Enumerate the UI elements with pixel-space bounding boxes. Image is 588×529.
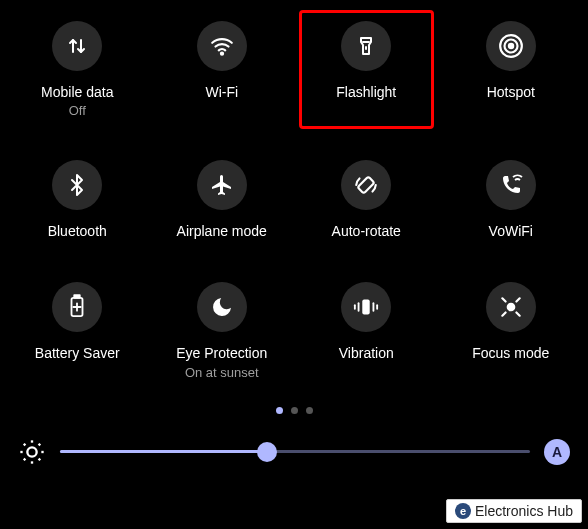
tile-label: Vibration [339, 344, 394, 362]
svg-point-17 [27, 447, 36, 456]
tile-label: Bluetooth [48, 222, 107, 240]
auto-brightness-toggle[interactable]: A [544, 439, 570, 465]
tile-label: Focus mode [472, 344, 549, 362]
tile-label: VoWiFi [489, 222, 533, 240]
svg-line-24 [24, 458, 26, 460]
svg-rect-11 [363, 300, 370, 315]
page-dot[interactable] [276, 407, 283, 414]
watermark-logo-icon: e [455, 503, 471, 519]
tile-auto-rotate[interactable]: Auto-rotate [299, 149, 434, 251]
tile-focus-mode[interactable]: Focus mode [444, 271, 579, 390]
svg-line-21 [39, 458, 41, 460]
watermark-text: Electronics Hub [475, 503, 573, 519]
svg-line-25 [39, 443, 41, 445]
tile-wifi[interactable]: Wi-Fi [155, 10, 290, 129]
svg-point-16 [508, 304, 515, 311]
tile-label: Wi-Fi [205, 83, 238, 101]
wifi-icon [197, 21, 247, 71]
tile-flashlight[interactable]: Flashlight [299, 10, 434, 129]
page-indicator [0, 407, 588, 414]
eye-protection-icon [197, 282, 247, 332]
tile-label: Auto-rotate [332, 222, 401, 240]
brightness-slider[interactable] [60, 440, 530, 464]
battery-saver-icon [52, 282, 102, 332]
svg-line-20 [24, 443, 26, 445]
flashlight-icon [341, 21, 391, 71]
page-dot[interactable] [291, 407, 298, 414]
tile-sublabel: Off [69, 103, 86, 118]
mobile-data-icon [52, 21, 102, 71]
vowifi-icon [486, 160, 536, 210]
brightness-icon [18, 438, 46, 466]
bluetooth-icon [52, 160, 102, 210]
tile-label: Hotspot [487, 83, 535, 101]
tile-vibration[interactable]: Vibration [299, 271, 434, 390]
tile-airplane[interactable]: Airplane mode [155, 149, 290, 251]
tile-hotspot[interactable]: Hotspot [444, 10, 579, 129]
focus-mode-icon [486, 282, 536, 332]
tile-battery-saver[interactable]: Battery Saver [10, 271, 145, 390]
airplane-icon [197, 160, 247, 210]
svg-point-0 [221, 53, 223, 55]
tile-label: Eye Protection [176, 344, 267, 362]
tile-vowifi[interactable]: VoWiFi [444, 149, 579, 251]
vibration-icon [341, 282, 391, 332]
hotspot-icon [486, 21, 536, 71]
tile-bluetooth[interactable]: Bluetooth [10, 149, 145, 251]
tile-label: Battery Saver [35, 344, 120, 362]
page-dot[interactable] [306, 407, 313, 414]
watermark: e Electronics Hub [446, 499, 582, 523]
brightness-slider-thumb[interactable] [257, 442, 277, 462]
svg-rect-8 [75, 295, 81, 298]
svg-point-3 [509, 44, 513, 48]
tile-label: Mobile data [41, 83, 113, 101]
auto-rotate-icon [341, 160, 391, 210]
quick-settings-grid: Mobile dataOffWi-FiFlashlightHotspotBlue… [0, 0, 588, 391]
tile-label: Airplane mode [177, 222, 267, 240]
brightness-row: A [0, 438, 588, 466]
tile-eye-protection[interactable]: Eye ProtectionOn at sunset [155, 271, 290, 390]
tile-mobile-data[interactable]: Mobile dataOff [10, 10, 145, 129]
tile-label: Flashlight [336, 83, 396, 101]
tile-sublabel: On at sunset [185, 365, 259, 380]
